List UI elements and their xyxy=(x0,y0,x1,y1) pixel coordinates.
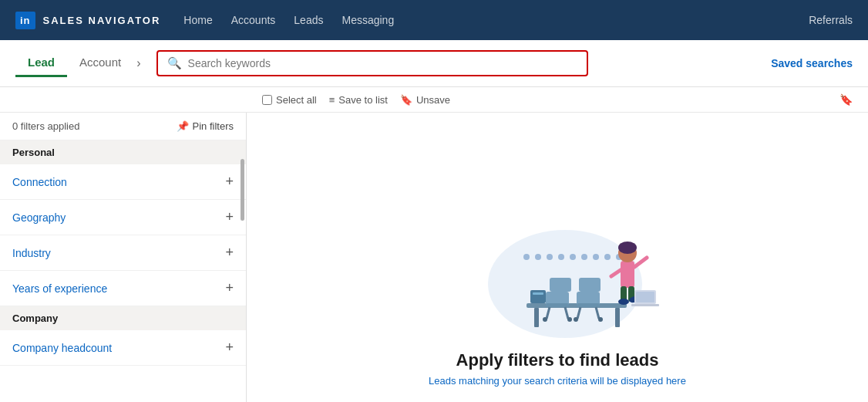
svg-point-6 xyxy=(581,254,587,260)
nav-links: Home Accounts Leads Messaging xyxy=(183,14,394,26)
search-input-wrapper[interactable]: 🔍 xyxy=(156,50,588,76)
sidebar-scrollbar[interactable] xyxy=(241,159,244,221)
nav-leads[interactable]: Leads xyxy=(294,14,323,26)
filter-connection-expand[interactable]: + xyxy=(225,174,234,190)
filter-geography-label: Geography xyxy=(12,211,66,224)
filter-years-experience-expand[interactable]: + xyxy=(225,280,234,296)
svg-rect-31 xyxy=(621,261,634,288)
select-all-item[interactable]: Select all xyxy=(262,94,317,106)
filters-applied-count: 0 filters applied xyxy=(12,120,79,132)
empty-state-subtitle: Leads matching your search criteria will… xyxy=(429,375,686,387)
tab-row: Lead Account › xyxy=(15,49,141,77)
search-area: Lead Account › 🔍 Saved searches xyxy=(0,40,868,87)
linkedin-logo: in xyxy=(15,12,35,29)
filter-industry-label: Industry xyxy=(12,247,51,259)
svg-point-19 xyxy=(543,317,547,322)
nav-home[interactable]: Home xyxy=(183,14,212,26)
svg-rect-42 xyxy=(631,304,659,306)
filter-connection-label: Connection xyxy=(12,176,67,188)
nav-referrals[interactable]: Referrals xyxy=(809,14,853,26)
pin-filters-label: Pin filters xyxy=(193,120,234,132)
bookmark-icon: 🔖 xyxy=(400,94,412,106)
filter-company-headcount-label: Company headcount xyxy=(12,342,112,354)
tab-arrow-icon[interactable]: › xyxy=(136,56,140,70)
svg-point-3 xyxy=(547,254,553,260)
empty-state-subtitle-link: criteria will be displayed here xyxy=(557,375,686,387)
svg-point-8 xyxy=(604,254,611,260)
filter-connection[interactable]: Connection + xyxy=(0,164,246,200)
unsave-item[interactable]: 🔖 Unsave xyxy=(400,94,450,106)
svg-point-33 xyxy=(618,242,637,254)
bookmark-right-icon[interactable]: 🔖 xyxy=(839,93,853,106)
svg-rect-13 xyxy=(530,290,546,303)
save-to-list-item[interactable]: ≡ Save to list xyxy=(329,94,388,106)
tab-lead[interactable]: Lead xyxy=(15,49,67,77)
search-icon: 🔍 xyxy=(167,56,182,70)
filter-geography[interactable]: Geography + xyxy=(0,200,246,235)
nav-messaging[interactable]: Messaging xyxy=(341,14,394,26)
svg-rect-16 xyxy=(546,303,569,307)
section-header-personal: Personal xyxy=(0,140,246,164)
tab-account[interactable]: Account xyxy=(67,49,133,77)
svg-line-34 xyxy=(634,258,647,267)
svg-point-28 xyxy=(598,317,603,322)
svg-point-27 xyxy=(574,317,578,322)
filter-years-experience[interactable]: Years of experience + xyxy=(0,271,246,306)
sub-toolbar: Select all ≡ Save to list 🔖 Unsave 🔖 xyxy=(0,87,868,113)
empty-state-illustration xyxy=(449,184,665,338)
svg-rect-14 xyxy=(533,292,543,295)
svg-rect-12 xyxy=(615,308,620,327)
filter-geography-expand[interactable]: + xyxy=(225,209,234,225)
brand-name: SALES NAVIGATOR xyxy=(43,15,161,26)
svg-rect-22 xyxy=(550,278,571,292)
section-header-company: Company xyxy=(0,306,246,330)
svg-point-7 xyxy=(593,254,599,260)
svg-rect-30 xyxy=(579,278,601,292)
list-icon: ≡ xyxy=(329,94,335,106)
select-all-checkbox[interactable] xyxy=(262,95,272,105)
filter-industry[interactable]: Industry + xyxy=(0,235,246,271)
saved-searches-link[interactable]: Saved searches xyxy=(771,57,853,69)
svg-rect-24 xyxy=(577,303,600,307)
search-input[interactable] xyxy=(188,57,577,69)
filter-company-headcount-expand[interactable]: + xyxy=(225,340,234,356)
svg-point-1 xyxy=(523,254,530,260)
svg-point-2 xyxy=(535,254,541,260)
filter-industry-expand[interactable]: + xyxy=(225,245,234,261)
nav-accounts[interactable]: Accounts xyxy=(231,14,276,26)
unsave-label: Unsave xyxy=(416,94,450,106)
save-to-list-label: Save to list xyxy=(338,94,388,106)
svg-rect-11 xyxy=(534,308,539,327)
svg-point-38 xyxy=(618,299,629,305)
filter-header: 0 filters applied 📌 Pin filters xyxy=(0,113,246,140)
empty-state-title: Apply filters to find leads xyxy=(456,350,659,370)
top-navigation: in SALES NAVIGATOR Home Accounts Leads M… xyxy=(0,0,868,40)
svg-point-20 xyxy=(567,317,572,322)
pin-icon: 📌 xyxy=(177,120,189,132)
svg-point-5 xyxy=(570,254,576,260)
filter-years-experience-label: Years of experience xyxy=(12,282,107,295)
svg-point-4 xyxy=(558,254,564,260)
empty-state: Apply filters to find leads Leads matchi… xyxy=(429,184,686,387)
nav-left: in SALES NAVIGATOR Home Accounts Leads M… xyxy=(15,12,394,29)
empty-state-subtitle-text: Leads matching your search xyxy=(429,375,557,387)
main-layout: 0 filters applied 📌 Pin filters Personal… xyxy=(0,113,868,402)
select-all-label: Select all xyxy=(276,94,317,106)
svg-rect-41 xyxy=(636,292,654,302)
content-area: Apply filters to find leads Leads matchi… xyxy=(247,113,868,402)
filter-company-headcount[interactable]: Company headcount + xyxy=(0,330,246,366)
sidebar: 0 filters applied 📌 Pin filters Personal… xyxy=(0,113,247,402)
pin-filters-button[interactable]: 📌 Pin filters xyxy=(177,120,234,132)
